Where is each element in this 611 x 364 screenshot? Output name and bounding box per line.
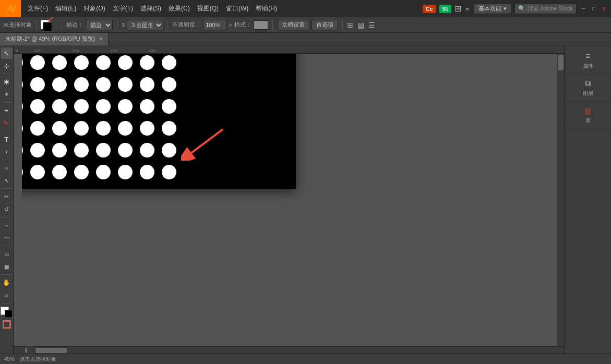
menu-file[interactable]: 文件(F) [24, 2, 52, 15]
close-button[interactable]: ✕ [601, 5, 608, 13]
style-swatch[interactable] [254, 20, 268, 30]
dot [30, 77, 45, 92]
toolbox: ↖ ⊹ ✱ ⌖ ✒ ✎ T / ○ ∿ ✂ ↺ ↔ 〰 ▭ ▦ ✋ ⌕ [0, 45, 14, 354]
stroke-value-label: 3 [122, 22, 125, 28]
stroke-fill-icons [1, 320, 13, 332]
tool-separator-8 [2, 274, 11, 275]
grid-icon[interactable]: ⊞ [454, 4, 461, 14]
workspace-chevron-icon: ▾ [504, 5, 507, 12]
pen-tool-button[interactable]: ✒ [1, 105, 13, 116]
red-arrow-annotation [181, 124, 228, 161]
menu-help[interactable]: 帮助(H) [252, 2, 281, 15]
dot [22, 77, 23, 92]
panel-toggle-icon[interactable]: ▤ [357, 21, 364, 29]
menu-type[interactable]: 文字(T) [109, 2, 137, 15]
vertical-scrollbar[interactable] [557, 54, 564, 346]
search-placeholder: 搜索 Adobe Stock [528, 5, 573, 13]
dot [140, 143, 154, 157]
lasso-tool-button[interactable]: ⌖ [1, 89, 13, 100]
ruler-top: 0 100 200 300 400 [14, 45, 564, 54]
canvas-scroll-area[interactable] [22, 54, 564, 346]
dot [74, 143, 89, 157]
doc-tab-close-button[interactable]: ✕ [99, 36, 103, 42]
dot [118, 165, 133, 179]
workspace-dropdown[interactable]: 基本功能 ▾ [474, 4, 511, 14]
ai-logo: Ai [6, 3, 15, 15]
color-swatch-area[interactable] [1, 307, 13, 318]
zoom-tool-button[interactable]: ⌕ [1, 289, 13, 301]
send-icon[interactable]: ➣ [464, 5, 471, 13]
divider-3 [117, 20, 117, 30]
doc-setup-button[interactable]: 文档设置 [277, 20, 309, 30]
libraries-icon: ◎ [584, 106, 592, 116]
scrollbar-thumb[interactable] [558, 55, 564, 70]
magic-wand-tool-button[interactable]: ✱ [1, 76, 13, 88]
top-widgets: Cc St ⊞ ➣ 基本功能 ▾ 🔍 搜索 Adobe Stock ─ □ ✕ [423, 4, 612, 14]
menu-object[interactable]: 对象(O) [80, 2, 109, 15]
libraries-panel-button[interactable]: ◎ 库 [565, 102, 611, 129]
tool-separator-3 [2, 131, 11, 131]
type-tool-button[interactable]: T [1, 134, 13, 145]
hamburger-icon[interactable]: ☰ [368, 21, 375, 29]
tool-separator-2 [2, 102, 11, 103]
no-selection-label: 未选择对象 [3, 21, 32, 29]
graph-tool-button[interactable]: ▦ [1, 261, 13, 272]
direct-selection-tool-button[interactable]: ⊹ [1, 60, 13, 71]
menu-effect[interactable]: 效果(C) [165, 2, 194, 15]
ellipse-tool-button[interactable]: ○ [1, 162, 13, 174]
dot [52, 121, 67, 136]
opacity-input[interactable] [203, 20, 226, 30]
dot [96, 143, 111, 157]
hand-tool-button[interactable]: ✋ [1, 277, 13, 288]
line-tool-button[interactable]: / [1, 146, 13, 157]
stroke-label: 描边： [66, 21, 83, 29]
dot [118, 121, 133, 136]
dot [74, 99, 89, 114]
minimize-button[interactable]: ─ [580, 5, 587, 13]
dot [30, 143, 45, 157]
prefs-button[interactable]: 首选项 [312, 20, 338, 30]
dot [162, 77, 176, 92]
menu-window[interactable]: 窗口(W) [222, 2, 252, 15]
warp-tool-button[interactable]: 〰 [1, 232, 13, 244]
brush-tool-button[interactable]: ✎ [1, 117, 13, 129]
rotate-tool-button[interactable]: ↺ [1, 203, 13, 215]
background-color[interactable] [5, 310, 13, 318]
fill-color-area[interactable] [41, 20, 57, 30]
layers-icon: ⧉ [585, 79, 591, 88]
opacity-chevron: > [229, 22, 232, 28]
shape-select[interactable]: 3 点圆形 [127, 20, 163, 30]
title-menu-bar: Ai 文件(F) 编辑(E) 对象(O) 文字(T) 选择(S) 效果(C) 视… [0, 0, 611, 17]
smooth-tool-button[interactable]: ∿ [1, 175, 13, 186]
tab-bar: 未标题-2* @ 49% (RGB/GPU 预览) ✕ [0, 33, 611, 45]
menu-view[interactable]: 视图(Q) [194, 2, 222, 15]
horizontal-scrollbar[interactable] [14, 346, 564, 354]
scale-tool-button[interactable]: ↔ [1, 220, 13, 231]
cc-badge: Cc [423, 5, 436, 13]
dot [96, 77, 111, 92]
dot [118, 55, 133, 70]
search-area[interactable]: 🔍 搜索 Adobe Stock [514, 4, 577, 14]
artboard [22, 54, 296, 189]
dot [30, 165, 45, 179]
app-logo-area: Ai [0, 0, 21, 17]
stroke-select[interactable]: 描边 [86, 20, 113, 30]
menu-edit[interactable]: 编辑(E) [52, 2, 80, 15]
properties-icon: ≡ [585, 52, 590, 61]
dot [140, 55, 154, 70]
arrange-icon[interactable]: ⊞ [347, 21, 353, 29]
scissors-tool-button[interactable]: ✂ [1, 191, 13, 202]
rectangle-tool-button[interactable]: ▭ [1, 248, 13, 260]
divider-5 [272, 20, 273, 30]
selection-tool-button[interactable]: ↖ [1, 47, 13, 59]
dot [96, 165, 111, 179]
properties-panel-button[interactable]: ≡ 属性 [565, 47, 611, 75]
zoom-level: 49% [4, 356, 15, 362]
st-badge: St [439, 5, 451, 13]
tool-separator-1 [2, 74, 11, 74]
dot [52, 77, 67, 92]
menu-select[interactable]: 选择(S) [137, 2, 165, 15]
document-tab[interactable]: 未标题-2* @ 49% (RGB/GPU 预览) ✕ [0, 33, 109, 45]
maximize-button[interactable]: □ [590, 5, 597, 13]
layers-panel-button[interactable]: ⧉ 图层 [565, 75, 611, 102]
